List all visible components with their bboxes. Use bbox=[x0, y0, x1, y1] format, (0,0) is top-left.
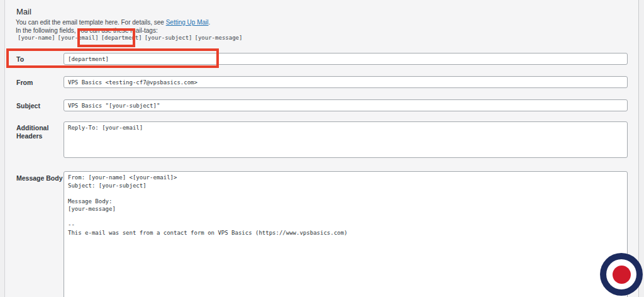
additional-headers-field-label: Additional Headers bbox=[16, 124, 50, 140]
mail-settings-panel: Mail You can edit the email template her… bbox=[4, 0, 639, 297]
message-body-field-label: Message Body bbox=[16, 174, 63, 182]
mail-tag-your-email: [your-email] bbox=[58, 35, 99, 41]
panel-title: Mail bbox=[16, 7, 31, 16]
mail-tag-your-subject: [your-subject] bbox=[145, 35, 192, 41]
bullseye-white-ring bbox=[606, 259, 636, 289]
subject-field-input[interactable] bbox=[64, 99, 628, 111]
description-text: You can edit the email template here. Fo… bbox=[16, 19, 166, 26]
mail-tag-your-message: [your-message] bbox=[195, 35, 243, 41]
mail-tag-your-name: [your-name] bbox=[18, 35, 55, 41]
bullseye-red-center bbox=[613, 266, 631, 284]
description-line-2: In the following fields, you can use the… bbox=[16, 27, 158, 34]
additional-headers-textarea[interactable]: Reply-To: [your-email] bbox=[64, 121, 628, 158]
subject-field-label: Subject bbox=[16, 102, 40, 110]
to-field-label: To bbox=[16, 55, 24, 64]
page: { "panel": { "title": "Mail" }, "descrip… bbox=[0, 0, 644, 297]
mail-tags-list: [your-name][your-email][department][your… bbox=[18, 35, 245, 41]
description-period: . bbox=[208, 19, 210, 26]
bullseye-logo bbox=[600, 253, 643, 296]
description-line-1: You can edit the email template here. Fo… bbox=[16, 19, 210, 26]
setting-up-mail-link[interactable]: Setting Up Mail bbox=[166, 19, 209, 26]
mail-tag-department: [department] bbox=[101, 35, 142, 41]
from-field-label: From bbox=[16, 79, 33, 87]
to-field-input[interactable] bbox=[64, 53, 628, 65]
message-body-textarea[interactable]: From: [your-name] <[your-email]> Subject… bbox=[64, 171, 628, 297]
from-field-input[interactable] bbox=[64, 76, 628, 88]
